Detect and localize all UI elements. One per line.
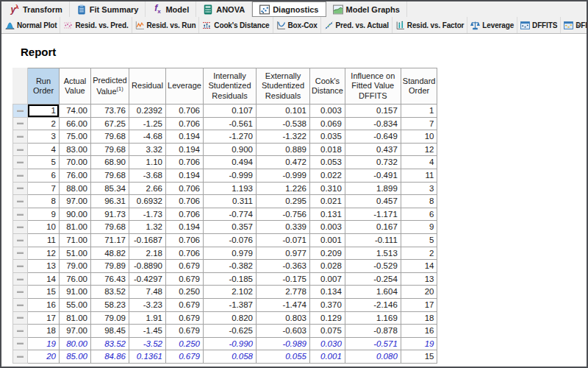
table-cell[interactable]: 0.069 xyxy=(310,117,345,130)
table-cell[interactable]: 3 xyxy=(401,182,437,195)
table-cell[interactable]: 19 xyxy=(28,337,60,350)
table-cell[interactable]: 15 xyxy=(401,350,437,364)
table-cell[interactable]: 17 xyxy=(401,298,437,311)
table-cell[interactable]: 2 xyxy=(28,117,60,130)
table-cell[interactable]: 83.52 xyxy=(91,286,129,299)
row-selector[interactable] xyxy=(13,350,28,364)
table-corner-cell[interactable] xyxy=(13,68,28,105)
table-cell[interactable]: -0.071 xyxy=(257,233,310,247)
table-cell[interactable]: -0.538 xyxy=(257,117,310,130)
table-cell[interactable]: -0.625 xyxy=(204,325,257,338)
table-cell[interactable]: 71.17 xyxy=(91,233,129,247)
column-header[interactable]: Externally Studentized Residuals xyxy=(257,68,310,105)
table-cell[interactable]: 3 xyxy=(28,130,60,144)
subtab-resid-vs-factor[interactable]: Resid. vs. Factor xyxy=(392,17,467,33)
table-cell[interactable]: 0.339 xyxy=(257,221,310,234)
table-cell[interactable]: 0.107 xyxy=(204,105,257,118)
table-cell[interactable]: 0.679 xyxy=(166,298,204,311)
table-cell[interactable]: -0.111 xyxy=(345,233,401,247)
table-cell[interactable]: 6 xyxy=(28,169,60,182)
table-cell[interactable]: -0.185 xyxy=(204,272,257,286)
table-cell[interactable]: 0.706 xyxy=(166,117,204,130)
row-selector[interactable] xyxy=(13,325,28,338)
table-cell[interactable]: 7.48 xyxy=(129,286,166,299)
table-cell[interactable]: -1.73 xyxy=(129,208,166,221)
row-selector[interactable] xyxy=(13,195,28,208)
table-cell[interactable]: 2.102 xyxy=(204,286,257,299)
table-cell[interactable]: 0.295 xyxy=(257,195,310,208)
table-cell[interactable]: 0.2392 xyxy=(129,105,166,118)
table-cell[interactable]: 0.1361 xyxy=(129,350,166,364)
row-selector[interactable] xyxy=(13,156,28,169)
table-cell[interactable]: 0.003 xyxy=(310,221,345,234)
table-cell[interactable]: 76.00 xyxy=(60,169,91,182)
table-cell[interactable]: 0.706 xyxy=(166,156,204,169)
table-cell[interactable]: 0.101 xyxy=(257,105,310,118)
table-cell[interactable]: 0.706 xyxy=(166,195,204,208)
table-cell[interactable]: 0.001 xyxy=(310,350,345,364)
table-cell[interactable]: -1.171 xyxy=(345,208,401,221)
column-header[interactable]: Residual xyxy=(129,68,166,105)
table-cell[interactable]: 20 xyxy=(401,286,437,299)
table-cell[interactable]: 0.679 xyxy=(166,350,204,364)
table-cell[interactable]: 7 xyxy=(401,117,437,130)
table-cell[interactable]: 9 xyxy=(28,208,60,221)
table-cell[interactable]: 0.028 xyxy=(310,260,345,273)
table-cell[interactable]: 79.09 xyxy=(91,311,129,325)
table-cell[interactable]: 1 xyxy=(401,105,437,118)
table-cell[interactable]: 0.494 xyxy=(204,156,257,169)
table-cell[interactable]: 0.310 xyxy=(310,182,345,195)
row-selector[interactable] xyxy=(13,337,28,350)
row-selector[interactable] xyxy=(13,233,28,247)
tab-model[interactable]: fxModel xyxy=(146,1,196,17)
table-cell[interactable]: 8 xyxy=(401,195,437,208)
table-cell[interactable]: 79.89 xyxy=(91,260,129,273)
table-cell[interactable]: 91.73 xyxy=(91,208,129,221)
table-cell[interactable]: 0.194 xyxy=(166,169,204,182)
table-cell[interactable]: 6 xyxy=(401,208,437,221)
row-selector[interactable] xyxy=(13,208,28,221)
tab-fit-summary[interactable]: Fit Summary xyxy=(70,1,146,17)
toolbar-overflow-button[interactable] xyxy=(573,19,584,31)
table-cell[interactable]: 13 xyxy=(28,260,60,273)
table-cell[interactable]: 0.021 xyxy=(310,195,345,208)
table-cell[interactable]: 0.080 xyxy=(345,350,401,364)
row-selector[interactable] xyxy=(13,105,28,118)
table-cell[interactable]: 79.68 xyxy=(91,143,129,156)
table-cell[interactable]: 97.00 xyxy=(60,195,91,208)
tab-transform[interactable]: yλTransform xyxy=(3,1,70,17)
table-cell[interactable]: 90.00 xyxy=(60,208,91,221)
table-cell[interactable]: 85.34 xyxy=(91,182,129,195)
table-cell[interactable]: 79.68 xyxy=(91,221,129,234)
table-cell[interactable]: 0.035 xyxy=(310,130,345,144)
table-cell[interactable]: 0.157 xyxy=(345,105,401,118)
table-cell[interactable]: 11 xyxy=(401,169,437,182)
table-cell[interactable]: 19 xyxy=(401,337,437,350)
table-cell[interactable]: 1.193 xyxy=(204,182,257,195)
table-cell[interactable]: 91.00 xyxy=(60,286,91,299)
table-cell[interactable]: 4 xyxy=(401,156,437,169)
table-cell[interactable]: 0.706 xyxy=(166,105,204,118)
table-cell[interactable]: 85.00 xyxy=(60,350,91,364)
table-cell[interactable]: 0.003 xyxy=(310,105,345,118)
table-cell[interactable]: 0.437 xyxy=(345,143,401,156)
table-cell[interactable]: 68.90 xyxy=(91,156,129,169)
table-cell[interactable]: 74.00 xyxy=(60,105,91,118)
table-cell[interactable]: -3.52 xyxy=(129,337,166,350)
row-selector[interactable] xyxy=(13,286,28,299)
table-cell[interactable]: 70.00 xyxy=(60,156,91,169)
table-cell[interactable]: 18 xyxy=(401,311,437,325)
table-cell[interactable]: 0.194 xyxy=(166,130,204,144)
table-cell[interactable]: 16 xyxy=(28,298,60,311)
column-header[interactable]: Influence on Fitted Value DFFITS xyxy=(345,68,401,105)
table-cell[interactable]: -0.834 xyxy=(345,117,401,130)
subtab-resid-vs-pred[interactable]: Resid. vs. Pred. xyxy=(60,17,132,33)
subtab-box-cox[interactable]: Box-Cox xyxy=(273,17,321,33)
table-cell[interactable]: 0.820 xyxy=(204,311,257,325)
table-cell[interactable]: 0.058 xyxy=(204,350,257,364)
table-cell[interactable]: -0.1687 xyxy=(129,233,166,247)
row-selector[interactable] xyxy=(13,311,28,325)
row-selector[interactable] xyxy=(13,272,28,286)
table-cell[interactable]: -0.990 xyxy=(204,337,257,350)
table-cell[interactable]: -0.774 xyxy=(204,208,257,221)
